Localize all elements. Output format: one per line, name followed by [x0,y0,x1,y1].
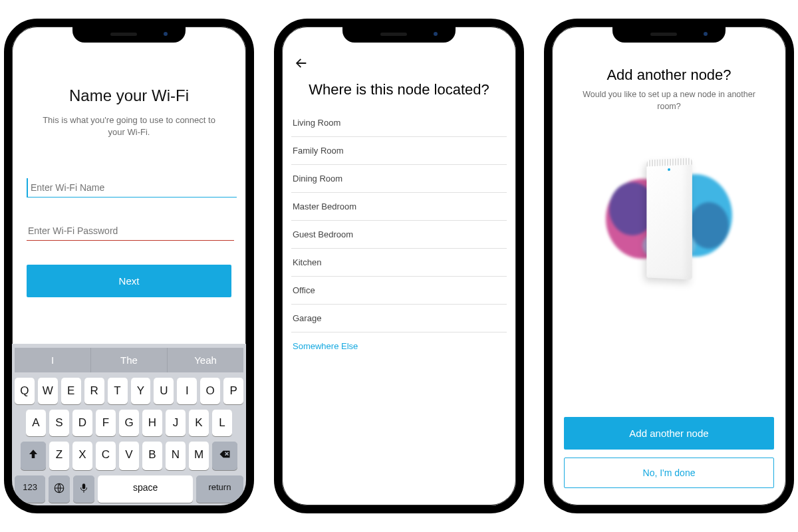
location-item[interactable]: Master Bedroom [291,193,507,221]
location-item[interactable]: Living Room [291,109,507,137]
back-arrow-icon [294,56,309,70]
back-button[interactable] [291,53,311,77]
phone-2-node-location: Where is this node located? Living Room … [274,19,524,513]
location-item[interactable]: Kitchen [291,249,507,277]
location-item[interactable]: Family Room [291,137,507,165]
backspace-icon [219,448,231,460]
page-title: Add another node? [565,66,773,84]
location-item[interactable]: Dining Room [291,165,507,193]
key-u[interactable]: U [154,378,174,404]
wifi-password-input[interactable] [27,221,234,241]
phone-3-add-node: Add another node? Would you like to set … [544,19,794,513]
globe-icon [53,482,65,494]
location-item[interactable]: Garage [291,305,507,332]
add-another-node-button[interactable]: Add another node [564,417,774,450]
globe-key[interactable] [49,475,70,503]
key-p[interactable]: P [223,378,243,404]
numbers-key[interactable]: 123 [15,475,45,503]
key-i[interactable]: I [177,378,197,404]
suggestion[interactable]: Yeah [168,348,243,372]
return-key[interactable]: return [196,475,243,503]
key-z[interactable]: Z [49,442,69,470]
page-subtitle: Would you like to set up a new node in a… [583,89,755,112]
keyboard-suggestions: I The Yeah [15,348,243,372]
key-f[interactable]: F [96,410,116,436]
suggestion[interactable]: I [15,348,91,372]
key-j[interactable]: J [166,410,186,436]
svg-rect-1 [82,483,86,489]
page-title: Where is this node located? [291,81,507,98]
ios-keyboard: I The Yeah Q W E R T Y U I O P A S D F [12,344,246,505]
shift-icon [27,448,39,460]
keyboard-row-3: Z X C V B N M [15,442,243,470]
key-d[interactable]: D [72,410,92,436]
key-e[interactable]: E [61,378,81,404]
notch [612,25,726,43]
key-a[interactable]: A [26,410,46,436]
key-v[interactable]: V [119,442,139,470]
shift-key[interactable] [21,442,46,470]
space-key[interactable]: space [98,475,192,503]
keyboard-row-2: A S D F G H J K L [15,410,243,436]
key-m[interactable]: M [189,442,209,470]
location-list: Living Room Family Room Dining Room Mast… [282,109,516,360]
mic-icon [78,482,90,494]
key-x[interactable]: X [72,442,92,470]
page-title: Name your Wi-Fi [27,86,231,105]
keyboard-row-4: 123 space return [15,475,243,503]
key-l[interactable]: L [212,410,232,436]
location-item[interactable]: Office [291,277,507,305]
location-item[interactable]: Guest Bedroom [291,221,507,249]
key-s[interactable]: S [49,410,69,436]
key-r[interactable]: R [84,378,104,404]
page-subtitle: This is what you're going to use to conn… [36,114,222,138]
node-hero-image [565,132,773,305]
key-g[interactable]: G [119,410,139,436]
key-y[interactable]: Y [131,378,151,404]
no-im-done-button[interactable]: No, I'm done [564,458,774,488]
backspace-key[interactable] [212,442,237,470]
key-o[interactable]: O [200,378,220,404]
key-b[interactable]: B [142,442,162,470]
key-h[interactable]: H [142,410,162,436]
somewhere-else-link[interactable]: Somewhere Else [291,332,507,360]
suggestion[interactable]: The [91,348,168,372]
mic-key[interactable] [73,475,94,503]
key-q[interactable]: Q [15,378,35,404]
key-w[interactable]: W [38,378,58,404]
key-t[interactable]: T [108,378,128,404]
next-button[interactable]: Next [27,265,231,297]
key-k[interactable]: K [189,410,209,436]
velop-node-icon [646,158,692,279]
key-n[interactable]: N [166,442,186,470]
notch [342,25,456,43]
wifi-name-input[interactable] [27,178,237,198]
key-c[interactable]: C [96,442,116,470]
notch [72,25,186,43]
keyboard-row-1: Q W E R T Y U I O P [15,378,243,404]
phone-1-name-wifi: Name your Wi-Fi This is what you're goin… [4,19,254,513]
